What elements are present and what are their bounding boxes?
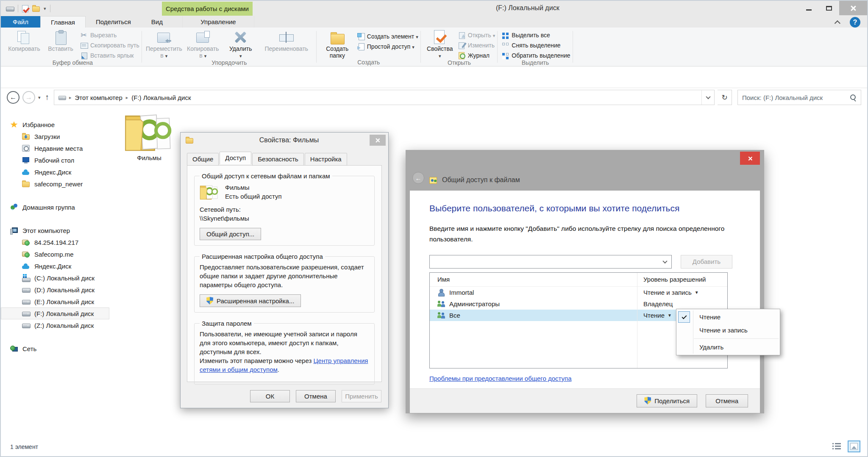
select-all-button[interactable]: Выделить все bbox=[502, 31, 570, 39]
group-icon bbox=[437, 300, 445, 307]
user-row[interactable]: Immortal Чтение и запись bbox=[430, 287, 727, 298]
delete-button[interactable]: Удалить bbox=[223, 29, 259, 59]
qat-customize-caret-icon[interactable] bbox=[44, 6, 46, 11]
close-button[interactable] bbox=[370, 135, 386, 146]
copy-to-button[interactable]: Копировать в bbox=[184, 29, 223, 59]
cut-button[interactable]: Вырезать bbox=[81, 31, 139, 39]
move-to-button[interactable]: Переместить в bbox=[145, 29, 184, 59]
address-history-dropdown[interactable] bbox=[701, 90, 714, 105]
tab-customize[interactable]: Настройка bbox=[305, 153, 347, 166]
column-name[interactable]: Имя bbox=[430, 276, 637, 283]
copy-path-button[interactable]: Скопировать путь bbox=[81, 41, 139, 49]
close-button[interactable] bbox=[839, 1, 867, 15]
select-none-icon bbox=[502, 42, 509, 49]
password-protection-group: Защита паролем Пользователи, не имеющие … bbox=[194, 320, 375, 385]
up-button[interactable] bbox=[44, 93, 51, 102]
help-icon[interactable] bbox=[850, 17, 860, 28]
tab-general[interactable]: Общие bbox=[187, 153, 219, 166]
sidebar-item[interactable]: (C:) Локальный диск bbox=[1, 272, 109, 284]
tab-home[interactable]: Главная bbox=[40, 16, 86, 28]
sidebar-item[interactable]: Яндекс.Диск bbox=[1, 260, 109, 272]
advanced-sharing-button[interactable]: Расширенная настройка... bbox=[200, 294, 301, 307]
group-legend: Защита паролем bbox=[200, 320, 254, 327]
apply-button[interactable]: Применить bbox=[342, 390, 381, 402]
sidebar-item[interactable]: Сеть bbox=[1, 343, 109, 355]
sidebar-item[interactable]: Рабочий стол bbox=[1, 154, 109, 166]
menu-item-read-write[interactable]: Чтение и запись bbox=[676, 324, 780, 337]
details-view-button[interactable] bbox=[831, 440, 843, 452]
sidebar-item[interactable]: (D:) Локальный диск bbox=[1, 284, 109, 296]
tab-manage[interactable]: Управление bbox=[182, 16, 254, 28]
collapse-ribbon-icon[interactable] bbox=[835, 20, 840, 26]
easy-access-button[interactable]: Простой доступ bbox=[357, 42, 418, 50]
tab-share[interactable]: Поделиться bbox=[86, 16, 141, 28]
invert-selection-button[interactable]: Обратить выделение bbox=[502, 51, 570, 59]
sidebar-item[interactable]: Недавние места bbox=[1, 142, 109, 154]
tab-file[interactable]: Файл bbox=[1, 16, 40, 28]
back-button[interactable] bbox=[412, 172, 424, 184]
sidebar-item[interactable]: Избранное bbox=[1, 119, 109, 130]
tab-sharing[interactable]: Доступ bbox=[220, 152, 251, 164]
menu-item-remove[interactable]: Удалить bbox=[676, 341, 780, 354]
breadcrumb-current-drive[interactable]: (F:) Локальный диск bbox=[131, 94, 191, 101]
sidebar-item[interactable]: (E:) Локальный диск bbox=[1, 296, 109, 307]
cancel-button[interactable]: Отмена bbox=[296, 390, 336, 402]
menu-item-read[interactable]: Чтение bbox=[676, 310, 780, 324]
ok-button[interactable]: ОК bbox=[250, 390, 290, 402]
dropdown-caret-icon[interactable] bbox=[668, 313, 672, 318]
open-button[interactable]: Открыть bbox=[458, 31, 495, 39]
sidebar-item[interactable]: 84.254.194.217 bbox=[1, 236, 109, 248]
history-button[interactable]: Журнал bbox=[458, 51, 495, 59]
rename-button[interactable]: Переименовать bbox=[259, 29, 314, 52]
sidebar-item[interactable]: Этот компьютер bbox=[1, 224, 109, 236]
sidebar-item[interactable]: Загрузки bbox=[1, 130, 109, 142]
sidebar-item[interactable]: (F:) Локальный диск bbox=[1, 307, 109, 319]
address-bar[interactable]: Этот компьютер (F:) Локальный диск bbox=[54, 90, 715, 105]
minimize-button[interactable] bbox=[798, 1, 819, 15]
sidebar-item-label: Избранное bbox=[22, 121, 55, 128]
paste-button[interactable]: Вставить bbox=[42, 29, 79, 52]
large-icons-view-button[interactable] bbox=[848, 440, 860, 452]
dialog-heading: Выберите пользователей, с которыми вы хо… bbox=[429, 203, 740, 213]
back-button[interactable] bbox=[7, 91, 19, 104]
select-none-button[interactable]: Снять выделение bbox=[502, 41, 570, 49]
sidebar-item[interactable]: Safecomp.me bbox=[1, 248, 109, 260]
forward-button[interactable] bbox=[22, 91, 35, 104]
copy-button[interactable]: Копировать bbox=[6, 29, 42, 52]
folder-icon[interactable] bbox=[32, 6, 40, 12]
user-search-combobox[interactable] bbox=[429, 255, 672, 269]
sidebar-item-label: Сеть bbox=[22, 345, 36, 352]
search-icon bbox=[850, 94, 857, 101]
recent-locations-caret-icon[interactable] bbox=[38, 95, 41, 100]
maximize-button[interactable] bbox=[819, 1, 839, 15]
tab-view[interactable]: Вид bbox=[141, 16, 173, 28]
tab-security[interactable]: Безопасность bbox=[252, 153, 304, 166]
share-button[interactable]: Общий доступ... bbox=[200, 228, 261, 240]
close-button[interactable] bbox=[740, 152, 760, 165]
sidebar-item[interactable]: Яндекс.Диск bbox=[1, 166, 109, 178]
column-permission-level[interactable]: Уровень разрешений bbox=[637, 276, 727, 283]
breadcrumb-this-pc[interactable]: Этот компьютер bbox=[75, 94, 122, 101]
user-row[interactable]: Администраторы Владелец bbox=[430, 298, 727, 310]
breadcrumb-arrow-icon[interactable] bbox=[122, 95, 132, 100]
share-button[interactable]: Поделиться bbox=[637, 394, 697, 407]
add-button[interactable]: Добавить bbox=[681, 255, 732, 269]
new-folder-button[interactable]: Создать папку bbox=[319, 29, 356, 59]
dropdown-caret-icon[interactable] bbox=[695, 290, 699, 295]
sidebar-item[interactable]: (Z:) Локальный диск bbox=[1, 319, 109, 331]
breadcrumb-arrow-icon[interactable] bbox=[66, 95, 75, 100]
edit-button[interactable]: Изменить bbox=[458, 41, 495, 49]
sharing-problems-link[interactable]: Проблемы при предоставлении общего досту… bbox=[429, 375, 572, 382]
paste-shortcut-button[interactable]: Вставить ярлык bbox=[81, 51, 139, 59]
sidebar-item[interactable]: Домашняя группа bbox=[1, 201, 109, 213]
sidebar-item[interactable]: safecomp_newer bbox=[1, 178, 109, 190]
cancel-button[interactable]: Отмена bbox=[706, 394, 748, 407]
folder-item-films[interactable]: Фильмы bbox=[117, 109, 181, 161]
properties-button[interactable]: Свойства bbox=[423, 29, 456, 59]
refresh-button[interactable] bbox=[718, 90, 732, 105]
permission-dropdown-menu: Чтение Чтение и запись Удалить bbox=[676, 309, 780, 355]
properties-shortcut-icon[interactable] bbox=[22, 5, 28, 12]
drive-icon bbox=[6, 5, 14, 12]
search-input[interactable]: Поиск: (F:) Локальный диск bbox=[737, 90, 861, 105]
new-item-button[interactable]: Создать элемент bbox=[357, 32, 418, 40]
